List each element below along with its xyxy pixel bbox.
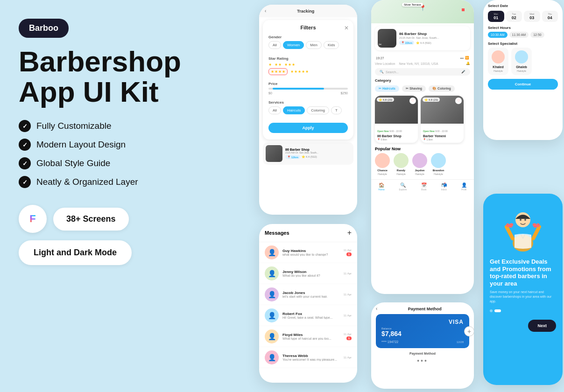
visa-card[interactable]: VISA Balance $7,864 **** 194722 12/28 — [376, 314, 469, 348]
barber-name-2: Barber Yemeni — [423, 134, 461, 138]
nav-profile[interactable]: 👤 Profil — [461, 182, 467, 191]
cat-coloring[interactable]: 🎨 Coloring — [429, 85, 455, 92]
star-3c[interactable]: ★ — [292, 63, 295, 67]
dist-tag: 📍 12km — [285, 155, 300, 159]
star-5d[interactable]: ★ — [302, 70, 305, 74]
star-4d[interactable]: ★ — [282, 70, 285, 74]
open-badge-2: Open Now — [423, 130, 435, 133]
continue-button[interactable]: Continue — [488, 79, 558, 90]
nav-home-label: Home — [378, 188, 384, 191]
star-4c[interactable]: ★ — [278, 70, 282, 74]
barber-card-info-2: Open Now 9:00 - 22:00 Barber Yemeni 📍 1.… — [421, 124, 464, 143]
msg-badge: 1 — [346, 336, 352, 340]
msg-name: Guy Hawkins — [282, 249, 340, 253]
date-cell-thu[interactable]: Thu 04 — [542, 11, 558, 22]
nav-home[interactable]: 🏠 Home — [378, 182, 384, 191]
search-bar[interactable]: 🔍 Search... 🎤 — [375, 68, 470, 76]
nav-book[interactable]: 📅 Book — [421, 182, 427, 191]
date-cell-tue[interactable]: Tue 02 — [506, 11, 522, 22]
shop-image-thumb — [266, 145, 282, 162]
star-5b[interactable]: ★ — [294, 70, 297, 74]
back-arrow-icon[interactable]: ‹ — [376, 306, 377, 311]
list-item[interactable]: 👤 Floyd Miles What type of haircut are y… — [259, 326, 357, 347]
phone-messages: Messages + 👤 Guy Hawkins what would you … — [259, 224, 357, 383]
bottom-nav: 🏠 Home 🔍 Explore 📅 Book 📬 Inbox 👤 Profil — [371, 179, 474, 193]
phone-booking: Select Date Mon 01 Tue 02 Wed 03 Thu 04 … — [483, 0, 563, 140]
date-num-3: 03 — [525, 15, 539, 20]
heart-icon[interactable]: ♡ — [409, 98, 416, 104]
add-card-button[interactable]: + — [464, 326, 474, 336]
msg-content: Floyd Miles What type of haircut are you… — [282, 333, 340, 340]
star-2a[interactable]: ★ — [275, 63, 278, 67]
phone-list: 📍 Silver Terrace ✂ 86 Barber Shop 2115 A… — [371, 0, 474, 294]
list-item[interactable]: 👤 Jacob Jones let's start with your curr… — [259, 284, 357, 305]
promo-title: Get Exclusive Deals and Promotions from … — [490, 258, 556, 287]
heart-icon-2[interactable]: ♡ — [455, 98, 462, 104]
card-expiry: 12/28 — [457, 341, 464, 343]
star-5e[interactable]: ★ — [305, 70, 309, 74]
price-bar[interactable] — [268, 88, 348, 90]
specialist-ghaleb[interactable]: Ghaleb Hairstyle — [511, 48, 532, 75]
list-item[interactable]: 👤 Guy Hawkins what would you like to cha… — [259, 242, 357, 263]
chip-women[interactable]: Women — [283, 41, 304, 49]
barber-card-image-1: ⭐ 4.8 (23) ♡ — [375, 96, 418, 124]
list-item[interactable]: 👤 Theresa Webb You're welcome! It was my… — [259, 347, 357, 368]
chip-kids[interactable]: Kids — [324, 41, 339, 49]
barber-card-2[interactable]: ⭐ 4.8 (23) ♡ Open Now 9:00 - 22:00 Barbe… — [421, 96, 464, 143]
filter-title: Filters — [263, 20, 353, 32]
add-message-icon[interactable]: + — [347, 229, 352, 237]
star-5c[interactable]: ★ — [298, 70, 301, 74]
time-chip-1030[interactable]: 10:30 AM — [488, 32, 508, 38]
date-cell-wed[interactable]: Wed 03 — [524, 11, 540, 22]
popular-person-jaydon[interactable]: Jaydon Hairstyle — [412, 153, 427, 175]
next-button[interactable]: Next — [528, 320, 556, 332]
barber-card-1[interactable]: ⭐ 4.8 (23) ♡ Open Now 9:00 - 22:00 86 Ba… — [375, 96, 418, 143]
card-number: **** 194722 — [381, 340, 398, 343]
svc-coloring[interactable]: Coloring — [307, 106, 329, 114]
star-3a[interactable]: ★ — [284, 63, 288, 67]
card-container: VISA Balance $7,864 **** 194722 12/28 + — [376, 314, 469, 348]
service-chips: All Haircuts Coloring T — [268, 106, 348, 114]
home-icon: 🏠 — [379, 182, 384, 188]
category-title: Category — [371, 77, 474, 84]
avatar: 👤 — [265, 329, 279, 343]
svg-point-5 — [524, 219, 526, 221]
mic-icon[interactable]: 🎤 — [461, 70, 465, 74]
date-cell-mon[interactable]: Mon 01 — [488, 11, 504, 22]
star-2b[interactable]: ★ — [278, 63, 282, 67]
popular-person-randy[interactable]: Randy Hairstyle — [394, 153, 409, 175]
popular-person-chance[interactable]: Chance Hairstyle — [375, 153, 390, 175]
svc-all[interactable]: All — [268, 106, 281, 114]
more-options-icon[interactable]: ••• — [376, 357, 469, 364]
close-icon[interactable]: ✕ — [344, 25, 349, 31]
featured-shop-card[interactable]: ✂ 86 Barber Shop 2115 Ash Dr. San Jose, … — [375, 26, 470, 50]
list-item[interactable]: 👤 Jenny Wilson What do you like about it… — [259, 263, 357, 284]
apply-button[interactable]: Apply — [268, 123, 348, 133]
star-4a[interactable]: ★ — [271, 70, 274, 74]
popular-person-brandon[interactable]: Brandon Hairstyle — [431, 153, 446, 175]
chip-all[interactable]: All — [268, 41, 281, 49]
specialist-khaled[interactable]: Khaled Hairstyle — [488, 48, 508, 75]
time-chip-1130[interactable]: 11:30 AM — [509, 32, 529, 38]
specialist-role-ghaleb: Hairstyle — [517, 70, 526, 72]
inbox-icon: 📬 — [441, 182, 447, 188]
book-icon: 📅 — [421, 182, 427, 188]
time-chip-1250[interactable]: 12:50 — [530, 32, 544, 38]
svc-t[interactable]: T — [331, 106, 342, 114]
cat-haircuts[interactable]: ✂ Haircuts — [375, 85, 399, 92]
list-item[interactable]: 👤 Robert Fox Hi! Greet, take a seat. Wha… — [259, 305, 357, 326]
star-1[interactable]: ★ — [268, 63, 272, 67]
chip-men[interactable]: Men — [306, 41, 322, 49]
star-4b[interactable]: ★ — [275, 70, 278, 74]
wifi-icon: 🛜 — [465, 56, 469, 60]
svc-haircuts[interactable]: Haircuts — [283, 106, 305, 114]
cat-shaving[interactable]: ✂ Shaving — [402, 85, 426, 92]
avatar-icon: 👤 — [268, 270, 276, 277]
bell-icon[interactable]: 🔔 — [466, 62, 470, 65]
star-5a[interactable]: ★ — [290, 70, 294, 74]
msg-name: Theresa Webb — [282, 354, 340, 358]
nav-inbox-label: Inbox — [441, 188, 447, 191]
nav-inbox[interactable]: 📬 Inbox — [441, 182, 447, 191]
star-3b[interactable]: ★ — [288, 63, 291, 67]
nav-explore[interactable]: 🔍 Explore — [399, 182, 407, 191]
